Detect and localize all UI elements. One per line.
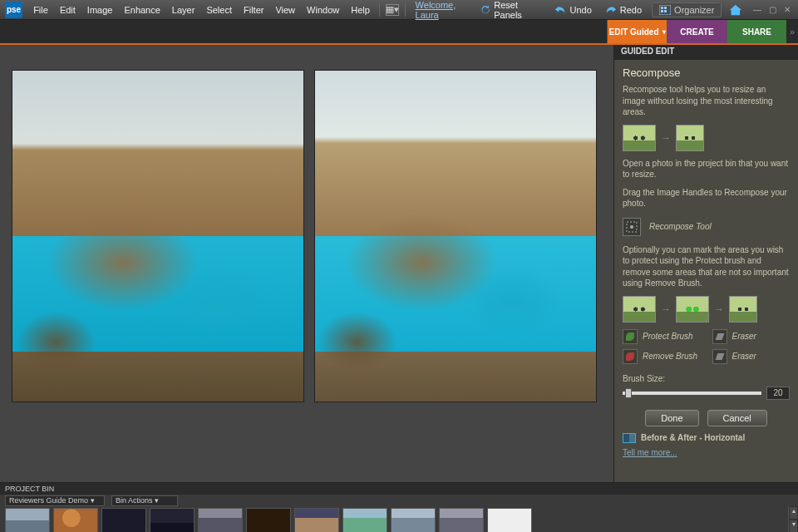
- remove-eraser-button[interactable]: Eraser: [712, 349, 791, 364]
- bin-thumb[interactable]: [342, 508, 387, 532]
- maximize-button[interactable]: ▢: [766, 5, 778, 15]
- guided-edit-panel: GUIDED EDIT Recompose Recompose tool hel…: [613, 45, 798, 482]
- example-thumbs-1: →: [623, 125, 790, 151]
- menu-edit[interactable]: Edit: [54, 5, 81, 15]
- tab-create[interactable]: CREATE: [667, 20, 727, 43]
- bin-scroll: ▴ ▾: [788, 506, 798, 532]
- brush-size-label: Brush Size:: [623, 374, 790, 383]
- after-image[interactable]: [314, 70, 597, 402]
- undo-label: Undo: [569, 5, 591, 15]
- menu-enhance[interactable]: Enhance: [118, 5, 165, 15]
- redo-icon: [605, 4, 617, 16]
- tell-me-more-link[interactable]: Tell me more...: [623, 448, 677, 457]
- protect-brush-button[interactable]: Protect Brush: [623, 329, 701, 344]
- organizer-button[interactable]: Organizer: [652, 2, 722, 17]
- undo-icon: [554, 4, 566, 16]
- menu-image[interactable]: Image: [81, 5, 119, 15]
- svg-rect-4: [664, 10, 667, 12]
- minimize-button[interactable]: —: [751, 5, 763, 15]
- reset-panels-button[interactable]: Reset Panels: [474, 0, 549, 20]
- protect-brush-label: Protect Brush: [643, 332, 693, 341]
- bin-thumbnails: [0, 506, 537, 532]
- brush-size-slider[interactable]: [623, 392, 761, 395]
- project-bin: PROJECT BIN Reviewers Guide Demo ▾ Bin A…: [0, 482, 798, 532]
- layout-toggle-icon[interactable]: ▦▾: [386, 4, 399, 16]
- view-mode-icon[interactable]: [623, 433, 636, 443]
- menu-help[interactable]: Help: [345, 5, 376, 15]
- brush-example-3: [729, 296, 757, 323]
- slider-thumb[interactable]: [625, 388, 632, 398]
- bin-thumb[interactable]: [198, 508, 243, 532]
- example-thumbs-2: → →: [623, 296, 790, 323]
- expand-panels-icon[interactable]: »: [786, 20, 798, 43]
- mode-bar: EDIT Guided CREATE SHARE »: [0, 20, 798, 45]
- svg-point-6: [630, 225, 633, 229]
- recompose-tool-label: Recompose Tool: [649, 222, 712, 231]
- remove-brush-button[interactable]: Remove Brush: [623, 349, 701, 364]
- menu-select[interactable]: Select: [200, 5, 238, 15]
- arrow-icon: →: [661, 303, 671, 315]
- separator: [379, 3, 380, 17]
- bin-thumb[interactable]: [246, 508, 291, 532]
- canvas-area: [0, 45, 613, 482]
- tab-share[interactable]: SHARE: [727, 20, 786, 43]
- bin-select[interactable]: Reviewers Guide Demo ▾: [5, 495, 105, 506]
- scroll-down-button[interactable]: ▾: [789, 520, 798, 532]
- example-after-thumb: [676, 125, 704, 151]
- tab-edit[interactable]: EDIT Guided: [607, 20, 667, 43]
- cancel-button[interactable]: Cancel: [707, 410, 767, 426]
- eraser-icon: [712, 349, 727, 364]
- done-button[interactable]: Done: [645, 410, 698, 426]
- home-icon[interactable]: [728, 2, 743, 17]
- bin-actions-select[interactable]: Bin Actions ▾: [111, 495, 178, 506]
- scroll-up-button[interactable]: ▴: [789, 506, 798, 520]
- recompose-tool-button[interactable]: Recompose Tool: [623, 218, 790, 236]
- bin-thumb[interactable]: [487, 508, 532, 532]
- svg-rect-1: [661, 7, 663, 9]
- arrow-icon: →: [714, 303, 724, 315]
- bin-thumb[interactable]: [101, 508, 146, 532]
- panel-header: GUIDED EDIT: [614, 45, 798, 60]
- bin-thumb[interactable]: [5, 508, 50, 532]
- panel-title: Recompose: [623, 66, 790, 79]
- menu-view[interactable]: View: [269, 5, 301, 15]
- redo-button[interactable]: Redo: [598, 4, 648, 16]
- eraser-label: Eraser: [732, 332, 756, 341]
- window-controls: — ▢ ✕: [751, 5, 793, 15]
- grid-icon: [659, 5, 671, 15]
- example-before-thumb: [623, 125, 656, 151]
- arrow-icon: →: [661, 132, 671, 144]
- optional-description: Optionally you can mark the areas you wi…: [623, 244, 790, 289]
- menu-filter[interactable]: Filter: [238, 5, 269, 15]
- refresh-icon: [480, 4, 490, 16]
- protect-brush-icon: [623, 329, 638, 344]
- welcome-link[interactable]: Welcome, Laura: [416, 0, 474, 20]
- svg-rect-2: [664, 7, 667, 9]
- remove-brush-icon: [623, 349, 638, 364]
- project-bin-header: PROJECT BIN: [0, 483, 798, 495]
- bin-thumb[interactable]: [150, 508, 195, 532]
- menu-layer[interactable]: Layer: [166, 5, 201, 15]
- before-image[interactable]: [12, 70, 304, 402]
- bin-thumb[interactable]: [439, 508, 484, 532]
- bin-thumb[interactable]: [391, 508, 436, 532]
- menu-window[interactable]: Window: [301, 5, 345, 15]
- svg-rect-3: [661, 10, 663, 12]
- panel-description: Recompose tool helps you to resize an im…: [623, 84, 790, 118]
- bin-thumb[interactable]: [294, 508, 339, 532]
- step-open-photo: Open a photo in the project bin that you…: [623, 158, 790, 180]
- brush-example-1: [623, 296, 656, 323]
- bin-thumb[interactable]: [53, 508, 98, 532]
- eraser-icon: [712, 329, 727, 344]
- menu-file[interactable]: File: [27, 5, 54, 15]
- organizer-label: Organizer: [674, 5, 714, 15]
- menu-bar: pse File Edit Image Enhance Layer Select…: [0, 0, 798, 20]
- close-button[interactable]: ✕: [781, 5, 793, 15]
- brush-size-value[interactable]: 20: [766, 387, 790, 400]
- undo-button[interactable]: Undo: [548, 4, 598, 16]
- reset-panels-label: Reset Panels: [494, 0, 541, 20]
- protect-eraser-button[interactable]: Eraser: [712, 329, 791, 344]
- step-drag-handles: Drag the Image Handles to Recompose your…: [623, 187, 790, 209]
- eraser-label: Eraser: [732, 352, 756, 361]
- remove-brush-label: Remove Brush: [643, 352, 697, 361]
